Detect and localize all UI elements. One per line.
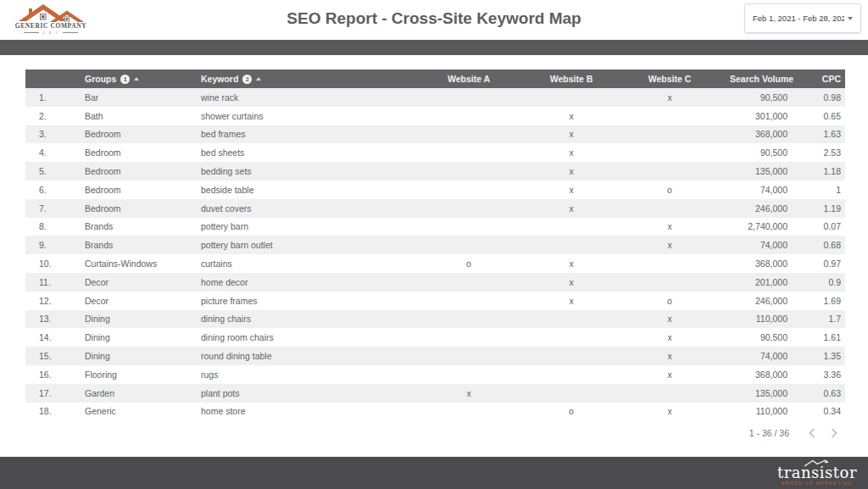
table-row: 5.Bedroombedding setsx135,0001.18 bbox=[25, 162, 845, 181]
page-title: SEO Report - Cross-Site Keyword Map bbox=[287, 9, 581, 28]
cell-keyword: bed sheets bbox=[201, 143, 404, 162]
cell-website_c: x bbox=[609, 310, 730, 329]
cell-group: Dining bbox=[85, 328, 201, 347]
cell-cpc: 0.65 bbox=[794, 107, 845, 125]
page-range-label: 1 - 36 / 36 bbox=[749, 428, 789, 438]
cell-website_a bbox=[404, 273, 533, 292]
cell-keyword: round dining table bbox=[201, 347, 404, 365]
cell-cpc: 0.9 bbox=[794, 273, 845, 292]
cell-website_c bbox=[609, 162, 730, 181]
cell-website_b bbox=[533, 365, 609, 384]
cell-website_a bbox=[404, 218, 533, 236]
cell-website_c bbox=[609, 199, 730, 218]
cell-index: 4. bbox=[25, 143, 85, 162]
cell-index: 12. bbox=[25, 292, 85, 310]
cell-website_c: x bbox=[609, 328, 730, 347]
cell-keyword: curtains bbox=[201, 254, 404, 273]
table-row: 8.Brandspottery barnx2,740,0000.07 bbox=[25, 218, 845, 236]
pagination: 1 - 36 / 36 bbox=[25, 424, 845, 442]
table-row: 17.Gardenplant potsx135,0000.63 bbox=[25, 384, 845, 403]
cell-website_a bbox=[404, 310, 533, 329]
cell-keyword: picture frames bbox=[201, 292, 404, 310]
cell-cpc: 0.98 bbox=[794, 88, 845, 107]
cell-index: 15. bbox=[25, 347, 85, 365]
cell-website_a: o bbox=[404, 254, 533, 273]
cell-website_a bbox=[404, 292, 533, 310]
header-index bbox=[25, 69, 85, 88]
cell-website_b bbox=[533, 236, 609, 254]
cell-keyword: home decor bbox=[201, 273, 404, 292]
cell-website_c: x bbox=[609, 347, 730, 365]
cell-website_a bbox=[404, 199, 533, 218]
cell-website_c: o bbox=[609, 181, 730, 199]
cell-website_a bbox=[404, 347, 533, 365]
cell-cpc: 1.7 bbox=[794, 310, 845, 329]
cell-group: Bedroom bbox=[85, 199, 201, 218]
cell-cpc: 1.69 bbox=[794, 292, 845, 310]
cell-website_c: x bbox=[609, 88, 730, 107]
cell-website_b: x bbox=[533, 199, 609, 218]
transistor-wordmark: transistor bbox=[777, 465, 857, 481]
table-header: Groups 1 Keyword 2 Website A Website B W… bbox=[25, 69, 845, 88]
cell-search_volume: 110,000 bbox=[730, 403, 794, 421]
header-search-volume[interactable]: Search Volume bbox=[730, 69, 794, 88]
cell-search_volume: 2,740,000 bbox=[730, 218, 794, 236]
logo-subtitle-text: A B C bbox=[39, 31, 62, 35]
prev-page-button[interactable] bbox=[801, 425, 823, 442]
table-row: 15.Dininground dining tablex74,0001.35 bbox=[25, 347, 845, 365]
next-page-button[interactable] bbox=[823, 425, 845, 442]
cell-website_b bbox=[533, 384, 609, 403]
table-row: 18.Generichome storeox110,0000.34 bbox=[25, 403, 845, 421]
header-website-b[interactable]: Website B bbox=[533, 69, 609, 88]
header-website-a[interactable]: Website A bbox=[404, 69, 533, 88]
cell-website_b: x bbox=[533, 254, 609, 273]
date-range-picker[interactable]: Feb 1, 2021 - Feb 28, 202 bbox=[744, 3, 861, 33]
header-groups[interactable]: Groups 1 bbox=[85, 69, 201, 88]
cell-website_a bbox=[404, 181, 533, 199]
cell-keyword: duvet covers bbox=[201, 199, 404, 218]
cell-website_b: x bbox=[533, 107, 609, 125]
sort-order-badge: 2 bbox=[242, 75, 252, 84]
transistor-logo: transistor AMPED UP MARKETING bbox=[777, 459, 857, 486]
cell-index: 3. bbox=[25, 125, 85, 144]
cell-website_b bbox=[533, 310, 609, 329]
cell-search_volume: 135,000 bbox=[730, 384, 794, 403]
cell-cpc: 0.63 bbox=[794, 384, 845, 403]
cell-website_c: x bbox=[609, 403, 730, 421]
cell-website_b: x bbox=[533, 181, 609, 199]
cell-website_a bbox=[404, 328, 533, 347]
chevron-right-icon bbox=[831, 428, 837, 438]
cell-website_c: o bbox=[609, 292, 730, 310]
cell-website_b bbox=[533, 88, 609, 107]
logo-subtitle: A B C bbox=[24, 31, 78, 35]
cell-group: Decor bbox=[85, 292, 201, 310]
sort-asc-icon bbox=[134, 77, 139, 81]
cell-group: Bedroom bbox=[85, 162, 201, 181]
cell-website_c bbox=[609, 254, 730, 273]
cell-website_a bbox=[404, 107, 533, 125]
roofs-icon bbox=[18, 3, 84, 23]
cell-cpc: 1.61 bbox=[794, 328, 845, 347]
header-website-c[interactable]: Website C bbox=[609, 69, 730, 88]
cell-website_b bbox=[533, 347, 609, 365]
table-row: 4.Bedroombed sheetsx90,5002.53 bbox=[25, 143, 845, 162]
table-row: 10.Curtains-Windowscurtainsox368,0000.97 bbox=[25, 254, 845, 273]
cell-index: 8. bbox=[25, 218, 85, 236]
cell-keyword: plant pots bbox=[201, 384, 404, 403]
cell-search_volume: 90,500 bbox=[730, 328, 794, 347]
logo-rule-right bbox=[63, 32, 78, 33]
cell-website_b: o bbox=[533, 403, 609, 421]
header-cpc[interactable]: CPC bbox=[794, 69, 845, 88]
cell-keyword: pottery barn bbox=[201, 218, 404, 236]
cell-keyword: bedding sets bbox=[201, 162, 404, 181]
cell-index: 7. bbox=[25, 199, 85, 218]
cell-cpc: 3.36 bbox=[794, 365, 845, 384]
cell-index: 14. bbox=[25, 328, 85, 347]
cell-group: Garden bbox=[85, 384, 201, 403]
chevron-left-icon bbox=[809, 428, 815, 438]
cell-index: 1. bbox=[25, 88, 85, 107]
header-keyword[interactable]: Keyword 2 bbox=[201, 69, 404, 88]
cell-search_volume: 368,000 bbox=[730, 254, 794, 273]
table-row: 6.Bedroombedside tablexo74,0001 bbox=[25, 181, 845, 199]
cell-keyword: dining chairs bbox=[201, 310, 404, 329]
